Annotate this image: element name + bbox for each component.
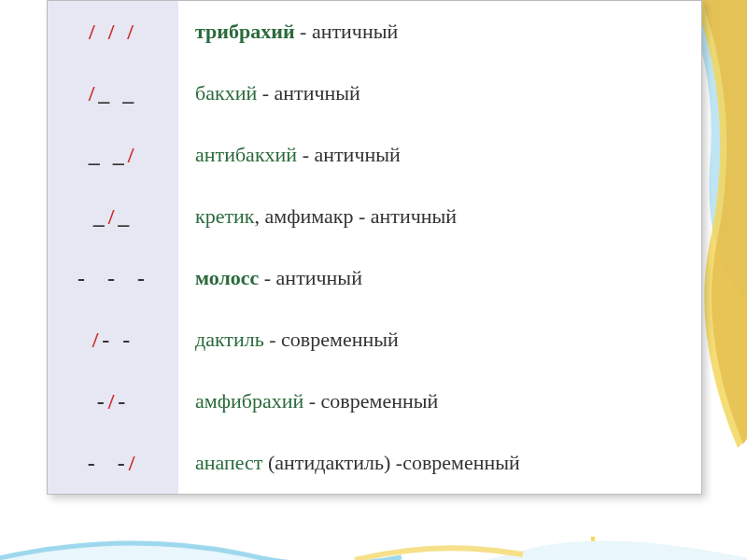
pattern-cell: / _ _ [48, 63, 178, 124]
pattern-cell: _ / _ [48, 186, 178, 247]
pattern-cell: - - / [48, 432, 178, 494]
description-cell: трибрахий - античный [178, 20, 701, 44]
pattern-cell: / / / [48, 1, 178, 63]
meter-term: молосс [195, 266, 259, 289]
pattern-cell: _ _ / [48, 124, 178, 186]
meter-suffix: - античный [295, 20, 399, 43]
table-row: / _ _ бакхий - античный [48, 63, 701, 124]
meter-term: кретик [195, 204, 255, 228]
description-cell: молосс - античный [178, 266, 701, 290]
meter-suffix: - античный [353, 204, 457, 228]
meter-term: анапест [195, 451, 262, 474]
meter-extra: (антидактиль) [262, 451, 390, 474]
meter-term: дактиль [195, 328, 264, 351]
meter-suffix: - античный [297, 143, 401, 166]
pattern-cell: - - - [48, 247, 178, 309]
meter-term: бакхий [195, 81, 257, 105]
meter-term: амфибрахий [195, 389, 303, 413]
meter-term: трибрахий [195, 20, 295, 43]
description-cell: бакхий - античный [178, 81, 701, 105]
pattern-cell: / - - [48, 309, 178, 371]
svg-line-4 [567, 543, 576, 559]
table-row: - / - амфибрахий - современный [48, 371, 701, 432]
table-row: _ / _ кретик, амфимакр - античный [48, 186, 701, 247]
meter-extra: , амфимакр [255, 204, 354, 228]
meter-suffix: - современный [264, 328, 399, 351]
meter-term: антибакхий [195, 143, 297, 166]
meter-suffix: - современный [303, 389, 438, 413]
pattern-cell: - / - [48, 371, 178, 432]
table-row: _ _ / антибакхий - античный [48, 124, 701, 186]
table-row: / / / трибрахий - античный [48, 1, 701, 63]
meter-suffix: -современный [390, 451, 520, 474]
meter-suffix: - античный [257, 81, 360, 105]
table-row: / - - дактиль - современный [48, 309, 701, 371]
description-cell: амфибрахий - современный [178, 389, 701, 413]
description-cell: антибакхий - античный [178, 143, 701, 167]
svg-line-2 [610, 543, 619, 559]
description-cell: кретик, амфимакр - античный [178, 204, 701, 229]
description-cell: анапест (антидактиль) -современный [178, 451, 701, 475]
meter-table: / / / трибрахий - античный / _ _ бакхий … [47, 0, 702, 495]
table-row: - - / анапест (антидактиль) -современный [48, 432, 701, 494]
description-cell: дактиль - современный [178, 328, 701, 352]
table-row: - - - молосс - античный [48, 247, 701, 309]
meter-suffix: - античный [259, 266, 362, 289]
